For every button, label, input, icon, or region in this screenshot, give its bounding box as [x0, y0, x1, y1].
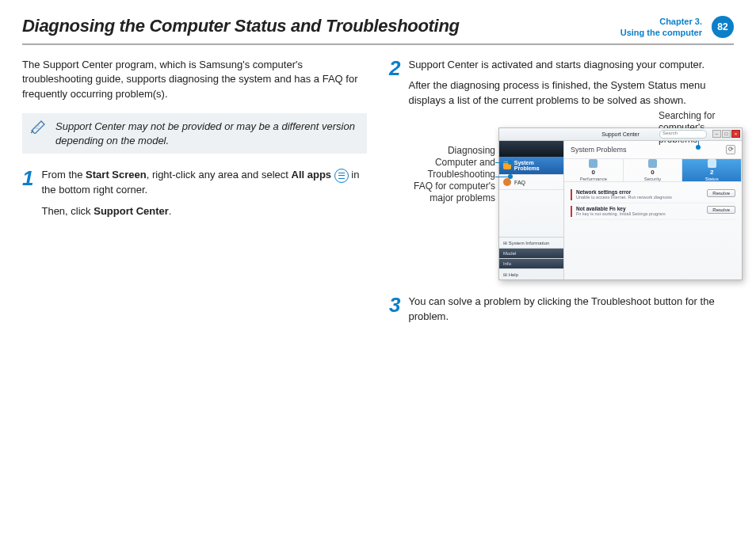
sidebar-header [499, 141, 563, 157]
problem-desc: Unable to access Internet. Run network d… [576, 195, 703, 200]
tab-performance[interactable]: 0Performance [564, 159, 624, 181]
chapter-name: Using the computer [620, 27, 702, 38]
tab-value: 2 [710, 169, 713, 176]
note-text: Support Center may not be provided or ma… [55, 120, 355, 146]
disk-icon [708, 159, 716, 168]
shield-icon [648, 159, 657, 168]
support-center-window: Support Center Search – □ × System Probl… [498, 127, 743, 280]
all-apps-icon [334, 169, 349, 183]
resolve-button[interactable]: Resolve [707, 189, 735, 197]
status-tabs: 0Performance 0Security 2Status [564, 158, 742, 182]
callout-diagnosing: Diagnosing Computer and Troubleshooting [410, 145, 495, 181]
step-1: 1 From the Start Screen, right-click any… [22, 168, 367, 226]
screenshot-annotation: Diagnosing Computer and Troubleshooting … [389, 127, 734, 280]
resolve-button[interactable]: Resolve [707, 206, 735, 214]
window-title: Support Center [601, 131, 639, 137]
tab-label: Security [644, 177, 662, 181]
step-number: 3 [389, 295, 400, 331]
step-number: 1 [22, 168, 33, 226]
problem-list: Network settings errorUnable to access I… [564, 182, 742, 225]
severity-bar [571, 206, 572, 217]
step-1-text: From the Start Screen, right-click any a… [41, 168, 367, 198]
problem-row: Network settings errorUnable to access I… [571, 187, 735, 203]
note-box: Support Center may not be provided or ma… [22, 113, 367, 154]
callout-faq: FAQ for computer's major problems [410, 181, 495, 204]
intro-text: The Support Center program, which is Sam… [22, 58, 367, 103]
step-3-text: You can solve a problem by clicking the … [408, 295, 734, 325]
page-number-badge: 82 [712, 16, 734, 38]
maximize-button[interactable]: □ [722, 130, 731, 138]
tab-value: 0 [592, 169, 595, 176]
step-3: 3 You can solve a problem by clicking th… [389, 295, 734, 331]
tab-label: Status [705, 177, 719, 181]
step-2-text-b: After the diagnosing process is finished… [408, 78, 734, 108]
header-rule [22, 44, 734, 45]
chapter-number: Chapter 3. [620, 16, 702, 27]
search-input[interactable]: Search [659, 130, 707, 139]
refresh-button[interactable]: ⟳ [726, 145, 735, 154]
note-icon [30, 120, 48, 134]
problem-desc: Fn key is not working. Install Settings … [576, 211, 703, 216]
tab-security[interactable]: 0Security [624, 159, 683, 181]
minimize-button[interactable]: – [712, 130, 721, 138]
sidebar-system-information[interactable]: ⊞ System Information [499, 237, 563, 248]
window-buttons: – □ × [712, 130, 740, 138]
chapter-label: Chapter 3. Using the computer [620, 16, 702, 39]
step-2: 2 Support Center is activated and starts… [389, 58, 734, 116]
close-button[interactable]: × [731, 130, 740, 138]
gauge-icon [589, 159, 598, 168]
step-1-text-2: Then, click Support Center. [41, 204, 367, 219]
main-panel: System Problems⟳ 0Performance 0Security … [564, 141, 742, 279]
main-title: System Problems [571, 146, 627, 154]
sidebar-label: FAQ [514, 180, 525, 185]
tab-status[interactable]: 2Status [682, 159, 742, 181]
step-number: 2 [389, 58, 400, 116]
window-titlebar: Support Center Search – □ × [499, 128, 742, 141]
sidebar-model[interactable]: Model [499, 248, 563, 258]
step-2-text-a: Support Center is activated and starts d… [408, 58, 734, 73]
problem-title: Network settings error [576, 189, 631, 195]
sidebar-help[interactable]: ⊞ Help [499, 268, 563, 279]
severity-bar [571, 189, 572, 200]
page-title: Diagnosing the Computer Status and Troub… [22, 16, 611, 36]
problem-row: Not available Fn keyFn key is not workin… [571, 203, 735, 220]
tab-label: Performance [580, 177, 607, 181]
sidebar-label: System Problems [514, 160, 559, 171]
problem-title: Not available Fn key [576, 206, 626, 211]
sidebar-footer: ⊞ System Information Model Info ⊞ Help [499, 237, 563, 279]
sidebar-info[interactable]: Info [499, 258, 563, 268]
faq-icon [503, 178, 511, 186]
tab-value: 0 [651, 169, 654, 176]
